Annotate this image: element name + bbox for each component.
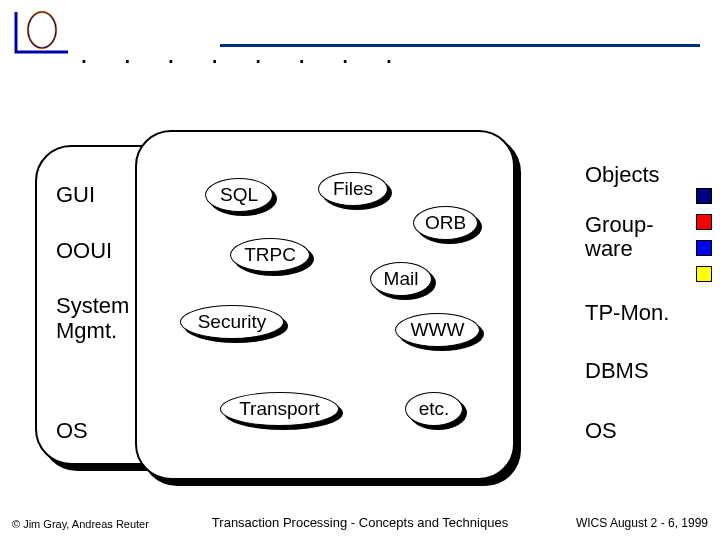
node-www: WWW	[395, 313, 480, 347]
label-os-right: OS	[585, 418, 617, 444]
footer-date: WICS August 2 - 6, 1999	[576, 516, 708, 530]
node-trpc: TRPC	[230, 238, 310, 272]
label-ooui: OOUI	[56, 238, 112, 264]
label-gui: GUI	[56, 182, 95, 208]
label-groupware-line1: Group-	[585, 212, 653, 238]
header-rule	[220, 44, 700, 47]
color-swatch-2	[696, 214, 712, 230]
node-transport: Transport	[220, 392, 339, 426]
label-sysmgmt-line2: Mgmt.	[56, 318, 117, 344]
label-dbms: DBMS	[585, 358, 649, 384]
color-swatch-4	[696, 266, 712, 282]
label-objects: Objects	[585, 162, 660, 188]
color-swatch-3	[696, 240, 712, 256]
node-sql: SQL	[205, 178, 273, 212]
node-orb: ORB	[413, 206, 478, 240]
label-os-left: OS	[56, 418, 88, 444]
svg-point-1	[28, 12, 56, 48]
decorative-dots: . . . . . . . .	[80, 38, 407, 70]
node-security: Security	[180, 305, 284, 339]
label-groupware-line2: ware	[585, 236, 633, 262]
node-mail: Mail	[370, 262, 432, 296]
logo-graphic	[12, 8, 72, 60]
label-sysmgmt-line1: System	[56, 293, 129, 319]
color-swatch-1	[696, 188, 712, 204]
node-files: Files	[318, 172, 388, 206]
node-etc: etc.	[405, 392, 463, 426]
label-tpmon: TP-Mon.	[585, 300, 669, 326]
